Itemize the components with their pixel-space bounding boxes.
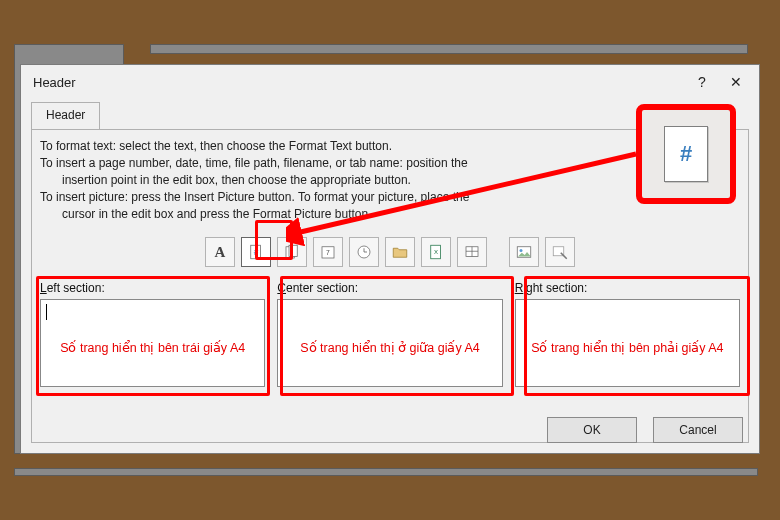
svg-text:X: X xyxy=(434,249,438,255)
hl-callout-page-number: # xyxy=(636,104,736,204)
text-caret xyxy=(46,304,47,320)
bg-sheet-top xyxy=(150,44,748,54)
ok-button[interactable]: OK xyxy=(547,417,637,443)
left-annotation: Số trang hiển thị bên trái giấy A4 xyxy=(41,340,264,355)
center-section-label: Center section: xyxy=(277,281,502,295)
instr-line3b: cursor in the edit box and press the For… xyxy=(62,206,740,223)
svg-text:7: 7 xyxy=(326,249,330,256)
left-section-label: Left section: xyxy=(40,281,265,295)
time-icon xyxy=(355,243,373,261)
instructions: To format text: select the text, then ch… xyxy=(40,138,740,223)
right-annotation: Số trang hiển thị bên phải giấy A4 xyxy=(516,340,739,355)
cancel-button[interactable]: Cancel xyxy=(653,417,743,443)
insert-page-number-button[interactable]: # xyxy=(241,237,271,267)
file-name-icon: X xyxy=(427,243,445,261)
insert-date-button[interactable]: 7 xyxy=(313,237,343,267)
right-section: Right section: Số trang hiển thị bên phả… xyxy=(515,281,740,387)
instr-line3: To insert picture: press the Insert Pict… xyxy=(40,189,740,206)
date-icon: 7 xyxy=(319,243,337,261)
right-section-label: Right section: xyxy=(515,281,740,295)
insert-time-button[interactable] xyxy=(349,237,379,267)
svg-point-15 xyxy=(520,249,523,252)
center-annotation: Số trang hiển thị ở giữa giấy A4 xyxy=(278,340,501,355)
bg-sheet-bottom xyxy=(14,468,758,476)
dialog-titlebar: Header ? ✕ xyxy=(21,65,759,99)
help-button[interactable]: ? xyxy=(685,69,719,95)
insert-picture-button[interactable] xyxy=(509,237,539,267)
insert-picture-icon xyxy=(515,243,533,261)
page-number-large-icon: # xyxy=(664,126,708,182)
close-button[interactable]: ✕ xyxy=(719,69,753,95)
dialog-title: Header xyxy=(33,75,76,90)
insert-file-path-button[interactable] xyxy=(385,237,415,267)
instr-line1: To format text: select the text, then ch… xyxy=(40,138,740,155)
sections-row: Left section: Số trang hiển thị bên trái… xyxy=(40,281,740,387)
instr-line2: To insert a page number, date, time, fil… xyxy=(40,155,740,172)
pages-icon xyxy=(283,243,301,261)
center-section-input[interactable]: Số trang hiển thị ở giữa giấy A4 xyxy=(277,299,502,387)
file-path-icon xyxy=(391,243,409,261)
format-text-icon: A xyxy=(215,244,226,261)
svg-rect-3 xyxy=(289,245,297,256)
tab-header[interactable]: Header xyxy=(31,102,100,130)
format-picture-button[interactable] xyxy=(545,237,575,267)
insert-file-name-button[interactable]: X xyxy=(421,237,451,267)
page-number-icon: # xyxy=(247,243,265,261)
svg-text:#: # xyxy=(254,248,259,257)
format-picture-icon xyxy=(551,243,569,261)
right-section-input[interactable]: Số trang hiển thị bên phải giấy A4 xyxy=(515,299,740,387)
insert-number-of-pages-button[interactable] xyxy=(277,237,307,267)
left-section: Left section: Số trang hiển thị bên trái… xyxy=(40,281,265,387)
dialog-button-row: OK Cancel xyxy=(547,417,743,443)
left-section-input[interactable]: Số trang hiển thị bên trái giấy A4 xyxy=(40,299,265,387)
insert-sheet-name-button[interactable] xyxy=(457,237,487,267)
format-text-button[interactable]: A xyxy=(205,237,235,267)
sheet-name-icon xyxy=(463,243,481,261)
toolbar: A # 7 X xyxy=(40,237,740,267)
center-section: Center section: Số trang hiển thị ở giữa… xyxy=(277,281,502,387)
